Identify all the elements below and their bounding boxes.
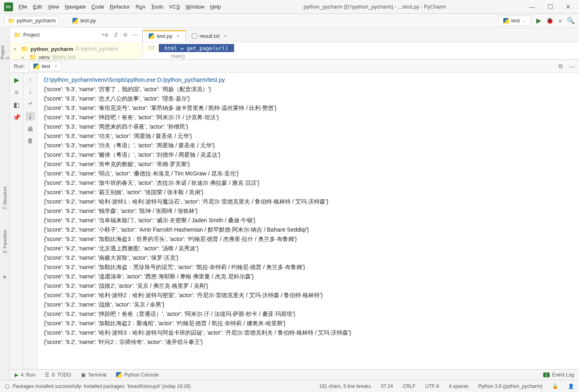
editor-tab-testpy[interactable]: test.py ×: [143, 30, 186, 42]
menu-vcs[interactable]: VCS: [169, 4, 180, 10]
hector-icon[interactable]: 👤: [568, 383, 574, 389]
menu-edit[interactable]: Edit: [33, 4, 42, 10]
run-panel-label: Run:: [14, 63, 25, 69]
run-tab-test[interactable]: test ×: [29, 61, 62, 71]
menu-tools[interactable]: Tools: [151, 4, 163, 10]
text-file-icon: [192, 33, 197, 39]
rerun-button[interactable]: ▶: [14, 76, 19, 84]
editor-highlighted-line[interactable]: html = get_page(url): [159, 44, 234, 52]
line-number: 37: [143, 45, 159, 51]
bottom-tab-todo[interactable]: ☰6: TODO: [45, 372, 71, 378]
debug-button[interactable]: 🐞: [546, 17, 554, 24]
close-icon[interactable]: ×: [54, 63, 57, 69]
hide-icon[interactable]: —: [569, 63, 575, 70]
menu-file[interactable]: File: [19, 4, 27, 10]
sidebar-tab-favorites[interactable]: 2: Favorites: [2, 230, 7, 253]
bottom-tab-python-console[interactable]: Python Console: [116, 372, 159, 378]
menu-navigate[interactable]: Navigate: [65, 4, 86, 10]
status-selection: 191 chars, 5 line breaks: [319, 383, 371, 389]
menu-refactor[interactable]: Refactor: [110, 4, 130, 10]
wrap-icon[interactable]: ⤶: [28, 100, 33, 107]
gear-icon[interactable]: ⚙: [558, 63, 563, 70]
project-panel-title: Project: [23, 32, 102, 38]
python-file-icon: [149, 33, 154, 39]
close-icon[interactable]: ×: [176, 33, 180, 39]
python-icon: [503, 18, 509, 24]
close-icon[interactable]: ×: [224, 33, 227, 39]
pin-icon[interactable]: 📌: [13, 114, 21, 121]
bottom-tab-run[interactable]: ▶4: Run: [15, 372, 35, 378]
status-encoding[interactable]: UTF-8: [425, 383, 439, 389]
print-icon[interactable]: 🖶: [27, 125, 33, 132]
menu-help[interactable]: Help: [210, 4, 221, 10]
status-interpreter[interactable]: Python 3.8 (python_pycharm): [478, 383, 542, 389]
python-icon: [33, 64, 39, 69]
menu-view[interactable]: View: [48, 4, 59, 10]
code-breadcrumb[interactable]: main(): [143, 52, 579, 60]
scroll-to-end-icon[interactable]: ⭳: [26, 112, 35, 120]
gear-icon[interactable]: ⚙: [123, 32, 128, 38]
breadcrumb-file[interactable]: test.py: [69, 16, 99, 25]
run-configuration-selector[interactable]: test ⌄: [498, 15, 531, 26]
menu-code[interactable]: Code: [92, 4, 104, 10]
up-arrow-icon[interactable]: ↑: [29, 76, 32, 83]
chevron-right-icon: ▸: [22, 55, 27, 59]
chevron-down-icon: ▾: [14, 47, 19, 51]
sidebar-tab-project[interactable]: 1: Project: [0, 44, 10, 59]
python-file-icon: [72, 18, 78, 24]
chevron-down-icon: ⌄: [522, 18, 526, 23]
chevron-right-icon: 〉: [62, 18, 66, 24]
star-icon: ★: [2, 274, 7, 280]
breadcrumb-project[interactable]: 📁 python_pycharm: [4, 16, 59, 26]
search-everywhere-button[interactable]: 🔍: [567, 17, 575, 24]
tree-root[interactable]: ▾ 📁 python_pycharm D:\python_pycharm: [14, 45, 138, 53]
status-message: Packages installed successfully: Install…: [13, 383, 191, 389]
run-button[interactable]: ▶: [536, 17, 541, 24]
layout-icon[interactable]: ◧: [13, 101, 20, 109]
app-icon: PC: [4, 2, 13, 11]
console-output[interactable]: D:\python_pycharm\venv\Scripts\python.ex…: [37, 73, 579, 380]
status-icon[interactable]: ▢: [5, 383, 9, 389]
down-arrow-icon[interactable]: ↓: [29, 88, 32, 95]
folder-icon: 📁: [14, 32, 21, 38]
window-title: python_pycharm [D:\python_pycharm] - ...…: [221, 4, 529, 10]
menu-run[interactable]: Run: [136, 4, 145, 10]
trash-icon[interactable]: 🗑: [27, 137, 33, 144]
stop-button: ■: [15, 89, 19, 96]
status-line-ending[interactable]: CRLF: [403, 383, 415, 389]
stop-button-disabled: ■: [559, 18, 562, 24]
status-indent[interactable]: 4 spaces: [449, 383, 469, 389]
locate-icon[interactable]: ⊕: [104, 32, 109, 38]
maximize-button[interactable]: ☐: [546, 3, 554, 11]
status-caret-position[interactable]: 37:24: [381, 383, 393, 389]
event-log-badge: 1: [543, 372, 550, 377]
lock-icon[interactable]: 🔓: [552, 383, 558, 389]
hide-icon[interactable]: —: [133, 32, 138, 38]
folder-icon: 📁: [21, 46, 28, 52]
sidebar-tab-structure[interactable]: 7: Structure: [2, 186, 7, 210]
folder-icon: 📁: [8, 18, 15, 24]
editor-tab-resulttxt[interactable]: result.txt ×: [186, 30, 233, 42]
close-button[interactable]: ✕: [564, 3, 572, 11]
collapse-icon[interactable]: ⇵: [114, 32, 118, 38]
bottom-tab-event-log[interactable]: 1 Event Log: [543, 372, 574, 378]
menu-window[interactable]: Window: [186, 4, 204, 10]
minimize-button[interactable]: —: [529, 3, 536, 11]
bottom-tab-terminal[interactable]: ▣Terminal: [81, 372, 106, 378]
